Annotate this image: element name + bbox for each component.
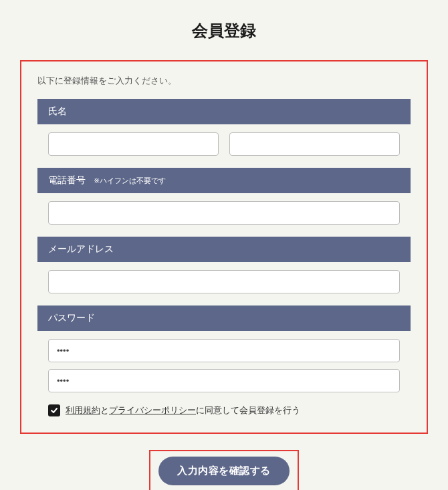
email-section-header: メールアドレス bbox=[37, 237, 411, 262]
phone-section-header: 電話番号 ※ハイフンは不要です bbox=[37, 168, 411, 193]
password-section-header: パスワード bbox=[37, 305, 411, 331]
submit-highlight: 入力内容を確認する bbox=[149, 450, 299, 490]
password-input[interactable] bbox=[48, 339, 400, 362]
confirm-button[interactable]: 入力内容を確認する bbox=[158, 457, 290, 485]
name-label: 氏名 bbox=[48, 106, 67, 116]
password-label: パスワード bbox=[48, 312, 95, 323]
phone-input[interactable] bbox=[48, 201, 400, 225]
check-icon bbox=[50, 406, 58, 414]
phone-label: 電話番号 bbox=[48, 174, 86, 185]
email-label: メールアドレス bbox=[48, 243, 114, 254]
terms-link[interactable]: 利用規約 bbox=[66, 405, 100, 415]
consent-checkbox[interactable] bbox=[48, 404, 60, 416]
name-section-header: 氏名 bbox=[37, 99, 411, 124]
consent-suffix: に同意して会員登録を行う bbox=[196, 405, 300, 415]
consent-mid1: と bbox=[100, 405, 109, 415]
lastname-input[interactable] bbox=[48, 132, 219, 156]
form-instruction: 以下に登録情報をご入力ください。 bbox=[37, 75, 411, 87]
phone-hint: ※ハイフンは不要です bbox=[94, 176, 166, 185]
consent-row: 利用規約とプライバシーポリシーに同意して会員登録を行う bbox=[37, 404, 411, 416]
firstname-input[interactable] bbox=[229, 132, 400, 156]
consent-text: 利用規約とプライバシーポリシーに同意して会員登録を行う bbox=[66, 404, 300, 416]
page-title: 会員登録 bbox=[13, 20, 435, 41]
password-confirm-input[interactable] bbox=[48, 369, 400, 392]
privacy-link[interactable]: プライバシーポリシー bbox=[109, 405, 196, 415]
registration-form: 以下に登録情報をご入力ください。 氏名 電話番号 ※ハイフンは不要です メールア… bbox=[20, 60, 428, 434]
email-input[interactable] bbox=[48, 270, 400, 293]
